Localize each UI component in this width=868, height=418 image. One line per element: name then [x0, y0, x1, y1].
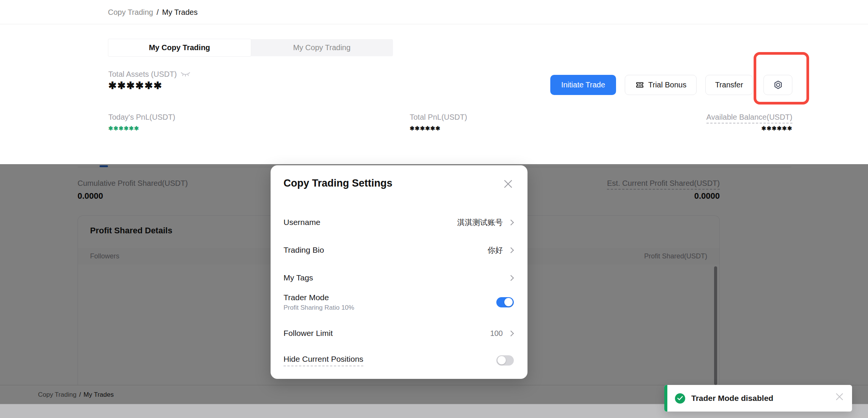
settings-row-trading-bio[interactable]: Trading Bio 你好: [284, 242, 514, 258]
follower-limit-value: 100: [490, 329, 503, 338]
toast-notification: Trader Mode disabled: [664, 385, 852, 412]
settings-row-hide-positions: Hide Current Positions: [284, 353, 514, 368]
breadcrumb: Copy Trading / My Trades: [108, 0, 198, 24]
toast-message: Trader Mode disabled: [691, 394, 773, 403]
transfer-button[interactable]: Transfer: [705, 75, 753, 95]
copy-trading-settings-modal: Copy Trading Settings Username 淇淇测试账号 Tr…: [271, 165, 527, 379]
ticket-icon: [635, 80, 645, 90]
settings-row-follower-limit[interactable]: Follower Limit 100: [284, 326, 514, 341]
breadcrumb-separator: /: [157, 8, 159, 17]
settings-row-my-tags[interactable]: My Tags: [284, 270, 514, 285]
chevron-right-icon: [508, 247, 514, 253]
total-pnl-masked-value: ✱✱✱✱✱✱: [410, 125, 467, 132]
available-balance-label[interactable]: Available Balance(USDT): [706, 113, 792, 124]
trading-bio-value: 你好: [488, 245, 503, 255]
my-tags-label: My Tags: [284, 273, 313, 282]
tab-my-copy-trading-active[interactable]: My Copy Trading: [108, 39, 251, 56]
copy-trading-page: Copy Trading / My Trades My Copy Trading…: [0, 0, 868, 418]
trading-bio-label: Trading Bio: [284, 245, 324, 255]
eye-closed-icon[interactable]: [181, 71, 190, 78]
follower-limit-label: Follower Limit: [284, 329, 333, 338]
red-highlight-annotation: [754, 52, 809, 104]
username-value: 淇淇测试账号: [457, 217, 503, 228]
toast-accent-stripe: [664, 385, 667, 412]
profit-sharing-ratio-sublabel: Profit Sharing Ratio 10%: [284, 304, 354, 312]
todays-pnl-label: Today's PnL(USDT): [108, 113, 175, 122]
top-header: Copy Trading / My Trades: [0, 0, 868, 24]
breadcrumb-my-trades: My Trades: [162, 8, 198, 17]
available-balance-masked-value: ✱✱✱✱✱✱: [706, 125, 792, 132]
chevron-right-icon: [508, 275, 514, 281]
tab-my-copy-trading-inactive[interactable]: My Copy Trading: [251, 39, 393, 56]
success-check-icon: [675, 393, 685, 404]
settings-row-username[interactable]: Username 淇淇测试账号: [284, 215, 514, 230]
close-icon[interactable]: [503, 179, 513, 189]
trial-bonus-button[interactable]: Trial Bonus: [625, 75, 697, 95]
chevron-right-icon: [508, 219, 514, 225]
trader-mode-toggle[interactable]: [496, 297, 514, 307]
hide-positions-label[interactable]: Hide Current Positions: [284, 355, 363, 366]
total-assets-masked-value: ✱✱✱✱✱✱: [108, 80, 163, 92]
hide-positions-toggle[interactable]: [496, 355, 514, 366]
todays-pnl-masked-value: ✱✱✱✱✱✱: [108, 125, 175, 132]
toggle-knob: [504, 298, 513, 306]
total-pnl-stat: Total PnL(USDT) ✱✱✱✱✱✱: [410, 113, 467, 132]
total-assets-label: Total Assets (USDT): [108, 70, 177, 79]
total-assets-block: Total Assets (USDT): [108, 70, 190, 79]
toast-close-icon[interactable]: [835, 392, 844, 402]
copy-trading-tabs: My Copy Trading My Copy Trading: [108, 39, 393, 56]
username-label: Username: [284, 218, 320, 227]
settings-row-trader-mode: Trader Mode Profit Sharing Ratio 10%: [284, 291, 514, 314]
trial-bonus-label: Trial Bonus: [648, 81, 686, 89]
trader-mode-label: Trader Mode: [284, 293, 354, 302]
modal-title: Copy Trading Settings: [284, 177, 393, 189]
todays-pnl-stat: Today's PnL(USDT) ✱✱✱✱✱✱: [108, 113, 175, 132]
chevron-right-icon: [508, 330, 514, 336]
toggle-knob: [497, 356, 506, 364]
available-balance-stat: Available Balance(USDT) ✱✱✱✱✱✱: [706, 113, 792, 132]
initiate-trade-button[interactable]: Initiate Trade: [550, 75, 616, 95]
breadcrumb-copy-trading[interactable]: Copy Trading: [108, 8, 153, 17]
total-pnl-label: Total PnL(USDT): [410, 113, 467, 122]
